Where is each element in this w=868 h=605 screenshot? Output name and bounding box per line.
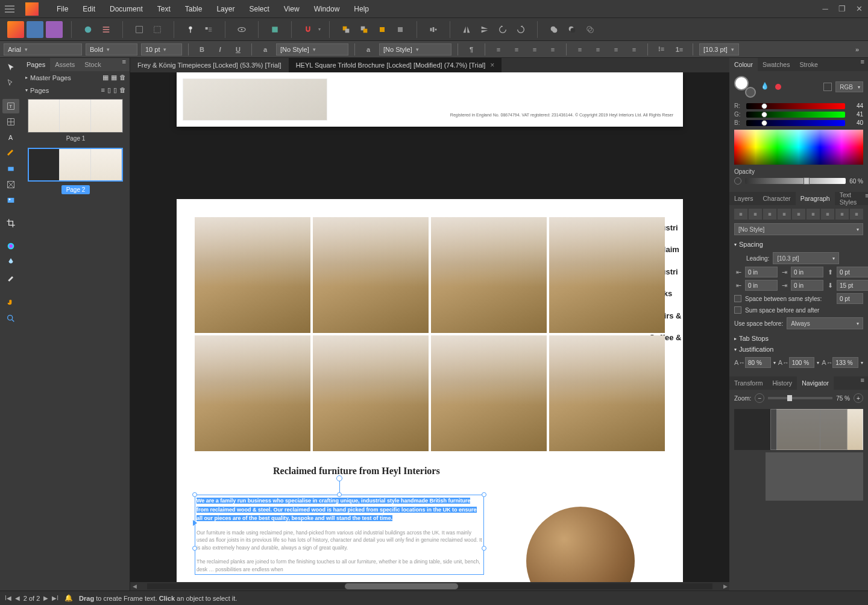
rotation-handle[interactable] <box>336 475 342 481</box>
preview-icon[interactable] <box>234 22 250 37</box>
align-right-button[interactable]: ≡ <box>527 43 542 55</box>
transparency-tool[interactable] <box>2 255 19 269</box>
move-back-one-icon[interactable] <box>374 22 390 37</box>
resize-handle-n[interactable] <box>337 492 342 497</box>
eyedropper-icon[interactable]: 💧 <box>761 82 770 92</box>
tab-layers[interactable]: Layers <box>729 192 758 205</box>
fill-tool[interactable] <box>2 239 19 253</box>
tab-history[interactable]: History <box>767 376 797 390</box>
prev-page-button[interactable]: ◀ <box>15 595 20 601</box>
tab-stops-section[interactable]: ▸Tab Stops <box>734 333 863 344</box>
resize-handle-nw[interactable] <box>192 492 197 497</box>
zoom-out-button[interactable]: − <box>755 393 764 403</box>
fill-stroke-selector[interactable] <box>734 76 756 98</box>
sum-space-checkbox[interactable] <box>734 306 741 314</box>
next-page-button[interactable]: ▶ <box>43 595 48 601</box>
char-style-dropdown[interactable]: [No Style] <box>276 43 348 55</box>
add-op-icon[interactable] <box>546 22 562 37</box>
rectangle-tool[interactable] <box>2 162 19 176</box>
zoom-in-button[interactable]: + <box>854 393 863 403</box>
maximize-button[interactable]: ❐ <box>838 5 846 13</box>
paragraph-panel-menu-icon[interactable]: ≡ <box>861 192 868 205</box>
menu-view[interactable]: View <box>277 5 307 13</box>
doc-tab-1[interactable]: Frey & König Timepieces [Locked] (53.3%)… <box>130 58 289 72</box>
doc-tab-2[interactable]: HEYL Square Trifold Brochure [Locked] [M… <box>289 58 502 72</box>
tab-swatches[interactable]: Swatches <box>758 58 795 71</box>
resize-handle-e[interactable] <box>482 546 486 551</box>
text-wrap-icon[interactable] <box>149 22 165 37</box>
navigator-panel-menu-icon[interactable]: ≡ <box>857 376 868 390</box>
tab-character[interactable]: Character <box>758 192 796 205</box>
align-left-button[interactable]: ≡ <box>491 43 506 55</box>
crop-tool[interactable] <box>2 216 19 230</box>
designer-persona-icon[interactable] <box>27 21 43 38</box>
justify-left-button[interactable]: ≡ <box>573 43 587 55</box>
leading-input[interactable]: [10.3 pt] <box>773 252 839 264</box>
same-styles-checkbox[interactable] <box>734 295 741 302</box>
delete-page-icon[interactable]: 🗑 <box>119 86 126 94</box>
para-align-spine[interactable]: ≡ <box>835 209 849 220</box>
last-page-button[interactable]: ▶I <box>52 595 58 601</box>
subtract-op-icon[interactable] <box>564 22 580 37</box>
hue-saturation-field[interactable] <box>734 130 863 165</box>
clip-canvas-icon[interactable] <box>267 22 283 37</box>
tab-colour[interactable]: Colour <box>729 58 758 71</box>
paragraph-icon[interactable]: ¶ <box>464 43 479 55</box>
indent-right-input[interactable]: 0 in <box>791 267 823 277</box>
artistic-text-tool[interactable]: A <box>2 130 19 145</box>
delete-master-icon[interactable]: 🗑 <box>119 74 126 81</box>
last-line-input[interactable]: 0 in <box>791 280 823 291</box>
flip-v-icon[interactable] <box>477 22 492 37</box>
add-page-icon[interactable]: ▯ <box>107 86 111 94</box>
r-value[interactable]: 44 <box>849 103 863 109</box>
italic-button[interactable]: I <box>213 43 227 55</box>
text-flow-in-icon[interactable] <box>193 520 197 526</box>
page-thumb-2[interactable] <box>28 148 123 182</box>
first-line-input[interactable]: 0 in <box>745 280 778 291</box>
bold-button[interactable]: B <box>195 43 209 55</box>
menu-window[interactable]: Window <box>307 5 347 13</box>
opacity-slider[interactable] <box>745 178 846 184</box>
list-bullet-button[interactable]: ⁝≡ <box>654 43 668 55</box>
color-well[interactable] <box>775 84 781 90</box>
picture-frame-tool[interactable] <box>2 177 19 192</box>
justify-center-button[interactable]: ≡ <box>591 43 605 55</box>
just-min-input[interactable]: 80 % <box>745 357 771 368</box>
font-family-dropdown[interactable]: Arial <box>4 43 82 55</box>
resize-handle-ne[interactable] <box>482 492 486 497</box>
close-button[interactable]: ✕ <box>855 5 863 13</box>
b-value[interactable]: 40 <box>849 119 863 126</box>
para-style-select[interactable]: [No Style] <box>734 223 863 235</box>
colour-panel-menu-icon[interactable]: ≡ <box>857 58 868 71</box>
color-format-icon[interactable] <box>823 83 832 91</box>
para-justify-left[interactable]: ≡ <box>778 209 791 220</box>
move-back-icon[interactable] <box>338 22 354 37</box>
menu-help[interactable]: Help <box>347 5 376 13</box>
menu-edit[interactable]: Edit <box>75 5 102 13</box>
b-slider[interactable] <box>746 120 845 126</box>
use-space-dropdown[interactable]: Always <box>787 317 863 329</box>
canvas-viewport[interactable]: Registered in England No. 08674794. VAT … <box>130 72 729 582</box>
zoom-slider[interactable] <box>768 397 832 399</box>
intersect-op-icon[interactable] <box>582 22 598 37</box>
menu-select[interactable]: Select <box>242 5 276 13</box>
publisher-persona-icon[interactable] <box>7 21 24 38</box>
tab-text-styles[interactable]: Text Styles <box>835 192 862 205</box>
navigator-preview[interactable] <box>734 409 863 450</box>
pages-header[interactable]: ▾Pages ≡ ▯ ▯ 🗑 <box>22 84 130 97</box>
underline-button[interactable]: U <box>231 43 245 55</box>
selected-text-frame[interactable]: We are a family run business who special… <box>195 495 484 575</box>
para-align-right[interactable]: ≡ <box>763 209 776 220</box>
pan-tool[interactable] <box>2 296 19 310</box>
tab-paragraph[interactable]: Paragraph <box>796 192 835 205</box>
overflow-icon[interactable]: » <box>850 43 864 55</box>
add-master-icon[interactable]: ▦ <box>102 74 108 81</box>
tab-stroke[interactable]: Stroke <box>794 58 822 71</box>
para-style-icon[interactable]: a <box>361 43 376 55</box>
just-des-input[interactable]: 100 % <box>789 357 815 368</box>
justify-right-button[interactable]: ≡ <box>609 43 623 55</box>
r-slider[interactable] <box>746 103 845 109</box>
fill-swatch[interactable] <box>745 87 756 98</box>
justification-section[interactable]: ▾Justification <box>734 344 863 355</box>
horizontal-scrollbar[interactable]: ◀ ▶ <box>130 582 729 591</box>
